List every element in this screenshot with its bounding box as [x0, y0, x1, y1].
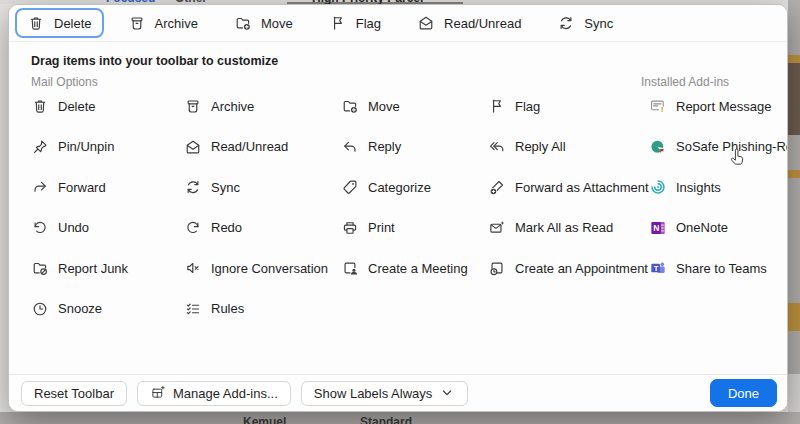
archive-icon — [184, 97, 202, 115]
folder-move-icon — [234, 14, 252, 32]
trash-icon — [31, 97, 49, 115]
addin-sosafe-icon — [649, 138, 667, 156]
option-move[interactable]: Move — [341, 86, 468, 127]
toolbar-item-read-unread[interactable]: Read/Unread — [405, 8, 533, 38]
option-label: SoSafe Phishing-Reportin — [676, 139, 788, 154]
toolbar-item-label: Archive — [155, 16, 198, 31]
mail-check-icon — [488, 219, 506, 237]
sync-icon — [184, 178, 202, 196]
background-strip-segment — [788, 303, 800, 331]
option-snooze[interactable]: Snooze — [31, 289, 128, 330]
svg-text:N: N — [653, 223, 659, 233]
option-mark-all-as-read[interactable]: Mark All as Read — [488, 208, 649, 249]
toolbar-item-delete[interactable]: Delete — [15, 8, 104, 38]
folder-move-icon — [341, 97, 359, 115]
toolbar-item-label: Flag — [356, 16, 381, 31]
toolbar-item-move[interactable]: Move — [222, 8, 305, 38]
option-read-unread[interactable]: Read/Unread — [184, 127, 328, 168]
grid-column-5: Report MessageSoSafe Phishing-ReportinIn… — [649, 86, 788, 289]
done-button[interactable]: Done — [710, 379, 777, 407]
option-label: Mark All as Read — [515, 220, 613, 235]
calendar-clock-icon — [488, 259, 506, 277]
option-label: Report Message — [676, 99, 771, 114]
addin-onenote-icon: N — [649, 219, 667, 237]
reset-toolbar-button[interactable]: Reset Toolbar — [21, 381, 127, 406]
option-label: Categorize — [368, 180, 431, 195]
option-label: Forward — [58, 180, 106, 195]
option-label: Archive — [211, 99, 254, 114]
option-label: Forward as Attachment — [515, 180, 649, 195]
option-archive[interactable]: Archive — [184, 86, 328, 127]
toolbar-item-label: Move — [261, 16, 293, 31]
manage-addins-button[interactable]: Manage Add-ins... — [137, 381, 291, 406]
option-report-junk[interactable]: Report Junk — [31, 248, 128, 289]
option-insights[interactable]: Insights — [649, 167, 788, 208]
show-labels-dropdown[interactable]: Show Labels Always — [301, 381, 469, 406]
mail-open-icon — [184, 138, 202, 156]
toolbar-item-archive[interactable]: Archive — [116, 8, 210, 38]
option-ignore-conversation[interactable]: Ignore Conversation — [184, 248, 328, 289]
option-flag[interactable]: Flag — [488, 86, 649, 127]
options-grid: DeletePin/UnpinForwardUndoReport JunkSno… — [9, 86, 787, 369]
toolbar-item-label: Delete — [54, 16, 92, 31]
option-delete[interactable]: Delete — [31, 86, 128, 127]
option-share-to-teams[interactable]: TShare to Teams — [649, 248, 788, 289]
toolbar-item-flag[interactable]: Flag — [317, 8, 393, 38]
toolbar-preview: DeleteArchiveMoveFlagRead/UnreadSync — [9, 5, 787, 42]
option-forward[interactable]: Forward — [31, 167, 128, 208]
sync-icon — [557, 14, 575, 32]
clock-icon — [31, 300, 49, 318]
toolbar-item-sync[interactable]: Sync — [545, 8, 625, 38]
chevron-down-icon — [439, 385, 455, 401]
background-strip-segment — [788, 55, 800, 63]
option-label: Flag — [515, 99, 540, 114]
addin-report-icon — [649, 97, 667, 115]
addin-insights-icon — [649, 178, 667, 196]
screen: FocusedOtherHigh Priority Parcel KemuelS… — [0, 0, 800, 424]
option-label: Share to Teams — [676, 261, 767, 276]
option-label: Redo — [211, 220, 242, 235]
option-redo[interactable]: Redo — [184, 208, 328, 249]
undo-icon — [31, 219, 49, 237]
option-categorize[interactable]: Categorize — [341, 167, 468, 208]
option-onenote[interactable]: NOneNote — [649, 208, 788, 249]
background-strip-segment — [788, 63, 800, 135]
option-label: Undo — [58, 220, 89, 235]
mute-icon — [184, 259, 202, 277]
rules-icon — [184, 300, 202, 318]
grid-column-4: FlagReply AllForward as AttachmentMark A… — [488, 86, 649, 289]
flag-icon — [488, 97, 506, 115]
option-rules[interactable]: Rules — [184, 289, 328, 330]
show-labels-label: Show Labels Always — [314, 386, 433, 401]
option-sync[interactable]: Sync — [184, 167, 328, 208]
grid-column-2: ArchiveRead/UnreadSyncRedoIgnore Convers… — [184, 86, 328, 329]
option-pin-unpin[interactable]: Pin/Unpin — [31, 127, 128, 168]
option-report-message[interactable]: Report Message — [649, 86, 788, 127]
toolbar-customize-dialog: DeleteArchiveMoveFlagRead/UnreadSync Dra… — [8, 4, 788, 412]
option-create-a-meeting[interactable]: Create a Meeting — [341, 248, 468, 289]
option-label: Snooze — [58, 301, 102, 316]
manage-addins-label: Manage Add-ins... — [173, 386, 278, 401]
forward-icon — [31, 178, 49, 196]
option-reply-all[interactable]: Reply All — [488, 127, 649, 168]
option-forward-as-attachment[interactable]: Forward as Attachment — [488, 167, 649, 208]
option-label: Create a Meeting — [368, 261, 468, 276]
background-app-right-strip — [788, 0, 800, 424]
addin-teams-icon: T — [649, 259, 667, 277]
folder-junk-icon — [31, 259, 49, 277]
option-label: Read/Unread — [211, 139, 288, 154]
option-label: Report Junk — [58, 261, 128, 276]
option-undo[interactable]: Undo — [31, 208, 128, 249]
trash-icon — [27, 14, 45, 32]
svg-text:T: T — [654, 264, 659, 273]
option-create-an-appointment[interactable]: Create an Appointment — [488, 248, 649, 289]
option-reply[interactable]: Reply — [341, 127, 468, 168]
option-sosafe-phishing-reportin[interactable]: SoSafe Phishing-Reportin — [649, 127, 788, 168]
option-print[interactable]: Print — [341, 208, 468, 249]
reply-icon — [341, 138, 359, 156]
option-label: Rules — [211, 301, 244, 316]
background-strip-segment — [788, 374, 800, 412]
option-label: Pin/Unpin — [58, 139, 114, 154]
tag-icon — [341, 178, 359, 196]
option-label: Print — [368, 220, 395, 235]
